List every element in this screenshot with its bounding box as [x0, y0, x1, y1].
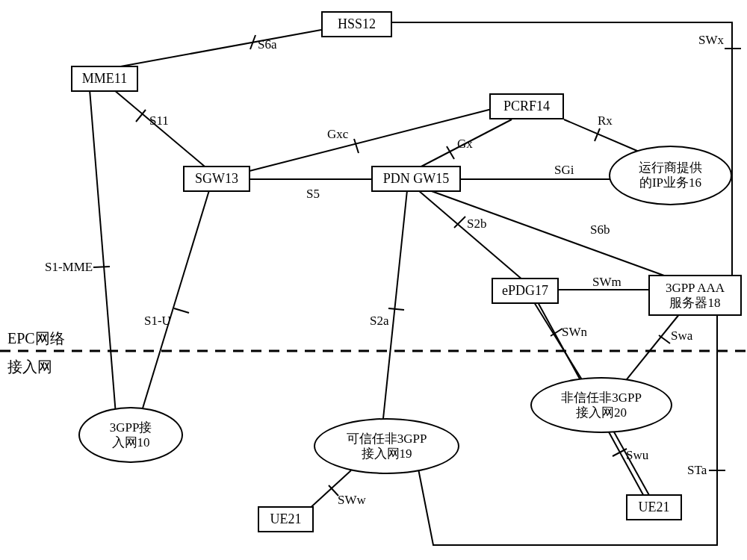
node-label: UE21 [639, 500, 670, 515]
svg-line-6 [90, 90, 116, 414]
svg-line-24 [534, 302, 583, 381]
node-mme: MME11 [71, 66, 138, 92]
node-pdngw: PDN GW15 [371, 166, 461, 192]
svg-line-7 [93, 267, 110, 267]
svg-line-25 [551, 329, 562, 336]
svg-line-5 [136, 110, 146, 122]
edge-label-sgi: SGi [554, 163, 574, 178]
node-epdg: ePDG17 [492, 278, 559, 304]
node-label: HSS12 [338, 16, 376, 32]
svg-line-21 [382, 190, 407, 426]
svg-line-4 [114, 90, 209, 170]
node-operator-ip: 运行商提供 的IP业务16 [609, 146, 732, 205]
edge-label-s1u: S1-U [144, 314, 171, 329]
node-label: 可信任非3GPP 接入网19 [347, 432, 427, 461]
edge-label-gx: Gx [457, 137, 473, 152]
edge-label-gxc: Gxc [327, 127, 348, 142]
edge-label-s2a: S2a [370, 314, 389, 329]
node-label: ePDG17 [502, 283, 548, 299]
svg-line-18 [418, 190, 523, 280]
svg-line-10 [174, 308, 189, 313]
node-label: PDN GW15 [383, 171, 450, 187]
edge-label-s2b: S2b [467, 217, 486, 231]
edge-label-swm: SWm [592, 275, 622, 290]
node-sgw: SGW13 [183, 166, 250, 192]
svg-line-22 [388, 308, 404, 310]
svg-line-16 [595, 128, 600, 141]
node-3gpp-ran: 3GPP接 入网10 [78, 407, 183, 463]
node-untrusted-non3gpp: 非信任非3GPP 接入网20 [530, 377, 672, 433]
svg-line-9 [142, 190, 209, 411]
edge-label-s5: S5 [306, 187, 320, 202]
node-label: 运行商提供 的IP业务16 [639, 161, 702, 190]
svg-line-14 [447, 146, 454, 159]
node-label: UE21 [270, 511, 302, 527]
node-pcrf: PCRF14 [489, 93, 564, 119]
node-ue21-right: UE21 [626, 494, 682, 520]
node-label: 非信任非3GPP 接入网20 [561, 391, 642, 420]
svg-line-12 [354, 139, 359, 153]
edge-label-s6b: S6b [590, 223, 610, 237]
node-aaa: 3GPP AAA 服务器18 [648, 275, 742, 316]
svg-line-27 [659, 335, 670, 343]
node-label: SGW13 [195, 171, 238, 187]
edge-label-swn: SWn [562, 325, 587, 340]
node-label: 3GPP AAA 服务器18 [666, 281, 725, 310]
svg-line-29 [613, 449, 627, 456]
node-label: MME11 [82, 71, 127, 87]
svg-line-19 [454, 217, 465, 228]
edge-label-s11: S11 [149, 113, 169, 128]
edge-label-rx: Rx [598, 113, 613, 128]
node-hss: HSS12 [321, 11, 392, 37]
edge-label-sta: STa [687, 463, 707, 478]
node-trusted-non3gpp: 可信任非3GPP 接入网19 [314, 418, 459, 474]
edge-label-sww: SWw [338, 493, 366, 508]
zone-label-epc: EPC网络 [7, 329, 65, 349]
edge-label-s1mme: S1-MME [45, 260, 93, 275]
svg-line-26 [624, 314, 680, 383]
edge-label-swx: SWx [698, 33, 724, 48]
edge-label-s6a: S6a [258, 37, 277, 52]
edge-label-swu: Swu [626, 448, 648, 463]
svg-line-1 [108, 30, 321, 69]
diagram-canvas: HSS12 MME11 SGW13 PDN GW15 PCRF14 运行商提供 … [0, 0, 747, 560]
node-label: 3GPP接 入网10 [110, 420, 152, 449]
node-ue21-left: UE21 [258, 506, 314, 532]
edge-label-swa: Swa [671, 329, 692, 343]
svg-line-33 [613, 429, 650, 497]
svg-line-20 [430, 190, 672, 279]
zone-label-access: 接入网 [7, 357, 52, 377]
svg-line-2 [250, 35, 255, 49]
node-label: PCRF14 [503, 99, 550, 114]
